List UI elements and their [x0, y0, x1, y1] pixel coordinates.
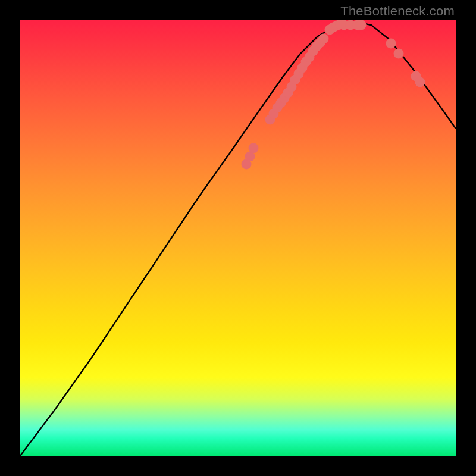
data-point [394, 49, 404, 59]
data-point [319, 34, 329, 44]
curve-svg [20, 20, 456, 456]
data-point [415, 77, 425, 87]
data-point [249, 143, 259, 154]
chart-frame: TheBottleneck.com [0, 0, 476, 476]
plot-area [20, 20, 456, 456]
bottleneck-curve [20, 21, 456, 456]
data-point [356, 20, 367, 30]
watermark-text: TheBottleneck.com [340, 4, 455, 19]
data-point [386, 39, 396, 49]
data-points [242, 20, 425, 170]
